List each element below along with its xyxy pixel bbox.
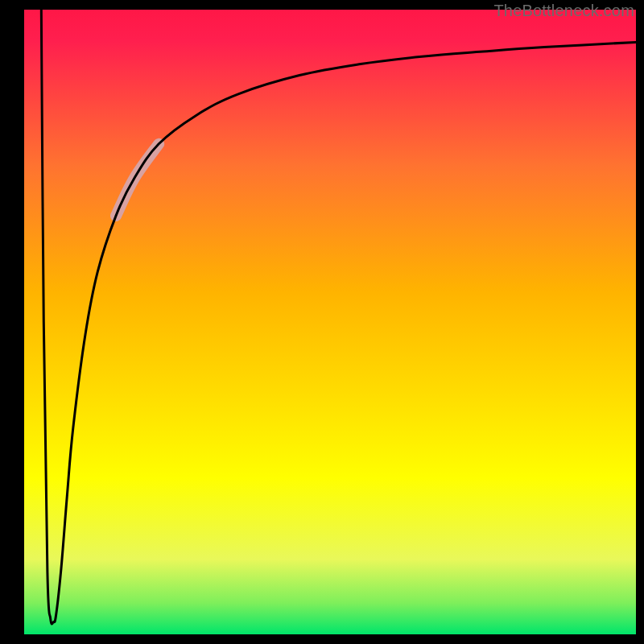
frame-right [636, 0, 644, 644]
chart-svg [0, 0, 644, 644]
watermark-text: TheBottleneck.com [493, 2, 634, 20]
chart-container [0, 0, 644, 644]
plot-background [24, 10, 636, 634]
frame-left [0, 0, 24, 644]
frame-bottom [0, 634, 644, 644]
